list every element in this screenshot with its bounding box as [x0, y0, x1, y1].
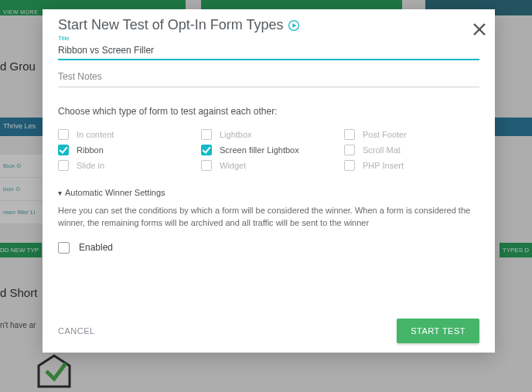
start-test-button[interactable]: START TEST	[397, 319, 479, 343]
option-scroll-mat[interactable]: Scroll Mat	[344, 145, 479, 155]
enabled-checkbox[interactable]	[58, 242, 70, 254]
play-circle-icon[interactable]	[288, 19, 300, 32]
option-lightbox[interactable]: Lightbox	[201, 129, 336, 140]
modal-footer: CANCEL START TEST	[58, 311, 479, 343]
modal-heading-text: Start New Test of Opt-In Form Types	[58, 17, 283, 33]
aws-disclosure-label: Automatic Winner Settings	[65, 188, 165, 197]
close-icon[interactable]	[472, 22, 487, 37]
aws-description: Here you can set the conditions by which…	[58, 205, 479, 230]
choose-text: Choose which type of form to test agains…	[58, 106, 479, 117]
option-slide-in[interactable]: Slide in	[58, 160, 193, 171]
option-label: Scroll Mat	[363, 145, 401, 155]
option-label: Ribbon	[77, 145, 104, 155]
option-label: Widget	[220, 161, 246, 170]
enabled-row[interactable]: Enabled	[58, 242, 479, 254]
option-label: PHP Insert	[363, 161, 404, 170]
aws-disclosure[interactable]: ▾ Automatic Winner Settings	[58, 188, 479, 197]
option-screen-filler[interactable]: Screen filler Lightbox	[201, 145, 336, 155]
modal-heading: Start New Test of Opt-In Form Types	[58, 17, 479, 33]
option-label: Screen filler Lightbox	[220, 145, 299, 155]
option-post-footer[interactable]: Post Footer	[344, 129, 479, 140]
enabled-label: Enabled	[79, 242, 113, 253]
modal: Start New Test of Opt-In Form Types Titl…	[43, 9, 495, 353]
notes-input[interactable]	[58, 60, 479, 87]
option-label: In content	[77, 130, 114, 139]
option-label: Slide in	[77, 161, 104, 170]
title-input[interactable]	[58, 42, 479, 60]
title-label: Title	[58, 35, 479, 42]
option-php-insert[interactable]: PHP Insert	[344, 160, 479, 171]
option-ribbon[interactable]: Ribbon	[58, 145, 193, 155]
option-in-content[interactable]: In content	[58, 129, 193, 140]
form-type-grid: In content Lightbox Post Footer Ribbon S…	[58, 129, 479, 171]
chevron-down-icon: ▾	[58, 189, 62, 197]
option-label: Lightbox	[220, 130, 252, 139]
cancel-button[interactable]: CANCEL	[58, 326, 95, 336]
option-label: Post Footer	[363, 130, 407, 139]
option-widget[interactable]: Widget	[201, 160, 336, 171]
